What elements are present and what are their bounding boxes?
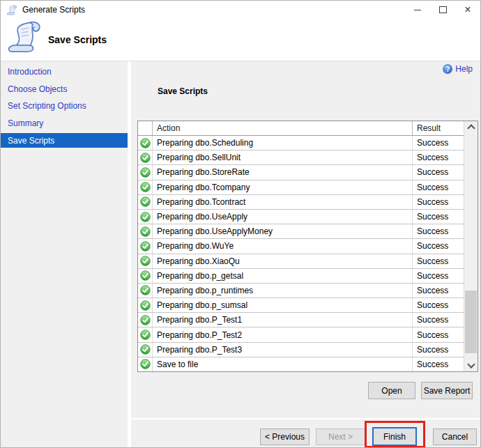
table-header: Action Result <box>138 121 464 136</box>
result-cell: Success <box>413 284 464 298</box>
scroll-icon <box>6 5 17 15</box>
title-bar[interactable]: Generate Scripts × <box>1 1 480 19</box>
result-cell: Success <box>413 254 464 268</box>
success-icon <box>138 327 153 341</box>
action-cell: Preparing dbo.XiaoQu <box>153 254 413 268</box>
sidebar-item-choose-objects[interactable]: Choose Objects <box>1 81 128 98</box>
table-row[interactable]: Preparing dbo.TcontractSuccess <box>138 195 464 210</box>
script-table-rows: Preparing dbo.SchedulingSuccessPreparing… <box>138 136 464 371</box>
script-progress-table: Action Result Preparing dbo.SchedulingSu… <box>137 121 478 372</box>
page-title: Save Scripts <box>48 34 107 45</box>
maximize-icon <box>439 6 447 13</box>
result-cell: Success <box>413 195 464 209</box>
minimize-icon <box>414 10 421 10</box>
table-row[interactable]: Preparing dbo.TcompanySuccess <box>138 180 464 195</box>
result-cell: Success <box>413 165 464 179</box>
success-icon <box>138 269 153 283</box>
result-cell: Success <box>413 269 464 283</box>
scroll-up-button[interactable] <box>464 121 478 133</box>
success-icon <box>138 343 153 357</box>
success-icon <box>138 298 153 312</box>
sidebar-item-set-scripting-options[interactable]: Set Scripting Options <box>1 98 128 115</box>
result-cell: Success <box>413 327 464 341</box>
result-cell: Success <box>413 224 464 238</box>
table-row[interactable]: Preparing dbo.SchedulingSuccess <box>138 136 464 150</box>
result-cell: Success <box>413 298 464 312</box>
cancel-button[interactable]: Cancel <box>433 428 477 445</box>
action-cell: Save to file <box>153 357 413 371</box>
table-row[interactable]: Preparing dbo.XiaoQuSuccess <box>138 254 464 269</box>
open-button[interactable]: Open <box>368 382 415 399</box>
success-icon <box>138 210 153 224</box>
action-cell: Preparing dbo.StoreRate <box>153 165 413 179</box>
result-cell: Success <box>413 313 464 327</box>
table-row[interactable]: Preparing dbo.StoreRateSuccess <box>138 165 464 180</box>
save-report-button[interactable]: Save Report <box>421 382 473 399</box>
scrollbar-thumb[interactable] <box>465 291 477 353</box>
minimize-button[interactable] <box>405 1 430 19</box>
success-icon <box>138 195 153 209</box>
table-row[interactable]: Preparing dbo.SellUnitSuccess <box>138 150 464 165</box>
table-row[interactable]: Preparing dbo.p_getsalSuccess <box>138 269 464 284</box>
success-icon <box>138 180 153 194</box>
previous-button[interactable]: < Previous <box>260 428 310 445</box>
main-panel: ? Help Save Scripts Action Result Prepar… <box>131 61 480 447</box>
section-title: Save Scripts <box>158 86 208 96</box>
action-column-header[interactable]: Action <box>153 121 413 135</box>
help-icon: ? <box>443 64 452 74</box>
action-cell: Preparing dbo.UseApply <box>153 210 413 224</box>
action-cell: Preparing dbo.Tcompany <box>153 180 413 194</box>
success-icon <box>138 284 153 298</box>
close-icon: × <box>464 4 471 15</box>
close-button[interactable]: × <box>455 1 480 19</box>
result-cell: Success <box>413 357 464 371</box>
table-row[interactable]: Preparing dbo.UseApplySuccess <box>138 210 464 224</box>
chevron-down-icon <box>467 360 475 368</box>
table-row[interactable]: Preparing dbo.P_Test2Success <box>138 327 464 342</box>
table-row[interactable]: Preparing dbo.P_Test3Success <box>138 343 464 357</box>
chevron-up-icon <box>467 124 475 132</box>
success-icon <box>138 357 153 371</box>
result-cell: Success <box>413 343 464 357</box>
table-row[interactable]: Save to fileSuccess <box>138 357 464 371</box>
action-cell: Preparing dbo.Scheduling <box>153 136 413 150</box>
sidebar-nav: IntroductionChoose ObjectsSet Scripting … <box>1 61 128 447</box>
action-cell: Preparing dbo.WuYe <box>153 239 413 253</box>
next-button: Next > <box>316 428 365 445</box>
action-cell: Preparing dbo.P_Test2 <box>153 327 413 341</box>
sidebar-item-summary[interactable]: Summary <box>1 115 128 132</box>
wizard-header: Save Scripts <box>1 19 480 61</box>
help-label: Help <box>455 64 473 74</box>
result-cell: Success <box>413 239 464 253</box>
action-cell: Preparing dbo.SellUnit <box>153 150 413 164</box>
success-icon <box>138 313 153 327</box>
action-cell: Preparing dbo.P_Test1 <box>153 313 413 327</box>
sidebar-item-introduction[interactable]: Introduction <box>1 63 128 81</box>
vertical-scrollbar[interactable] <box>464 121 478 371</box>
action-cell: Preparing dbo.P_Test3 <box>153 343 413 357</box>
result-cell: Success <box>413 210 464 224</box>
table-row[interactable]: Preparing dbo.WuYeSuccess <box>138 239 464 254</box>
help-link[interactable]: ? Help <box>443 64 473 74</box>
result-cell: Success <box>413 136 464 150</box>
finish-button[interactable]: Finish <box>372 427 417 446</box>
table-row[interactable]: Preparing dbo.p_runtimesSuccess <box>138 284 464 298</box>
table-row[interactable]: Preparing dbo.p_sumsalSuccess <box>138 298 464 313</box>
success-icon <box>138 254 153 268</box>
window-title: Generate Scripts <box>22 5 85 15</box>
icon-column-header <box>138 121 153 135</box>
sidebar-item-save-scripts[interactable]: Save Scripts <box>1 133 128 148</box>
action-cell: Preparing dbo.p_runtimes <box>153 284 413 298</box>
scroll-down-button[interactable] <box>464 360 478 371</box>
success-icon <box>138 136 153 150</box>
maximize-button[interactable] <box>430 1 455 19</box>
table-row[interactable]: Preparing dbo.P_Test1Success <box>138 313 464 327</box>
result-cell: Success <box>413 150 464 164</box>
table-row[interactable]: Preparing dbo.UseApplyMoneySuccess <box>138 224 464 239</box>
result-column-header[interactable]: Result <box>413 121 464 135</box>
action-cell: Preparing dbo.Tcontract <box>153 195 413 209</box>
success-icon <box>138 224 153 238</box>
result-cell: Success <box>413 180 464 194</box>
footer-separator <box>131 418 480 419</box>
success-icon <box>138 239 153 253</box>
